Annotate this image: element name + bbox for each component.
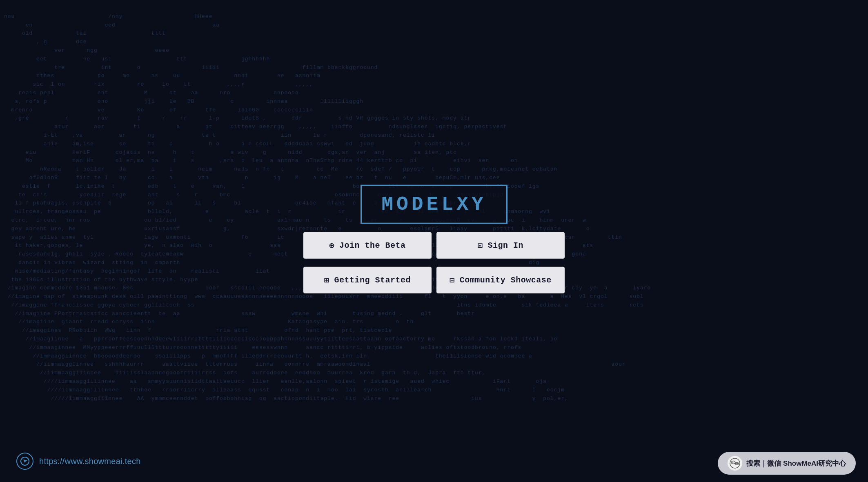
- svg-point-5: [734, 462, 734, 463]
- svg-point-6: [736, 463, 737, 464]
- app-logo: MODELXY: [361, 184, 507, 224]
- wechat-badge[interactable]: 搜索｜微信 ShowMeAI研究中心: [718, 452, 856, 475]
- book-icon: ⊞: [324, 275, 329, 285]
- sign-in-button[interactable]: ⊡ Sign In: [436, 232, 565, 258]
- signin-icon: ⊡: [478, 240, 483, 250]
- sign-in-label: Sign In: [488, 240, 524, 250]
- website-url[interactable]: https://www.showmeai.tech: [39, 457, 141, 466]
- join-beta-button[interactable]: ⊕ Join the Beta: [303, 232, 432, 258]
- image-icon: ⊟: [450, 275, 455, 285]
- svg-point-3: [735, 462, 739, 465]
- wechat-icon: [728, 456, 742, 471]
- footer-left: https://www.showmeai.tech: [16, 453, 141, 470]
- community-showcase-button[interactable]: ⊟ Community Showcase: [436, 267, 565, 293]
- svg-point-2: [731, 461, 735, 464]
- getting-started-label: Getting Started: [334, 275, 411, 284]
- join-beta-label: Join the Beta: [339, 240, 406, 250]
- wechat-label: 搜索｜微信 ShowMeAI研究中心: [746, 459, 846, 468]
- cursor-icon: [16, 453, 33, 470]
- logo-area: MODELXY ⊕ Join the Beta ⊡ Sign In ⊞ Gett…: [303, 184, 565, 293]
- svg-point-4: [732, 462, 733, 463]
- svg-point-7: [737, 463, 738, 464]
- secondary-button-row: ⊞ Getting Started ⊟ Community Showcase: [303, 267, 565, 293]
- getting-started-button[interactable]: ⊞ Getting Started: [303, 267, 432, 293]
- logo-text: MODELXY: [381, 193, 487, 215]
- person-icon: ⊕: [329, 240, 334, 250]
- community-showcase-label: Community Showcase: [460, 275, 552, 284]
- primary-button-row: ⊕ Join the Beta ⊡ Sign In: [303, 232, 565, 258]
